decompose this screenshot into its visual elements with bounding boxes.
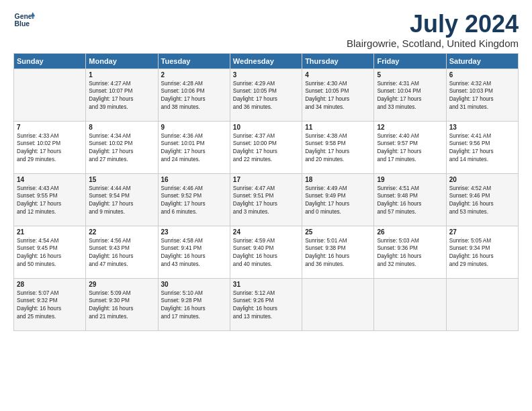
- day-number: 26: [377, 228, 443, 236]
- day-number: 18: [305, 176, 371, 183]
- day-number: 15: [89, 176, 154, 183]
- day-number: 6: [449, 71, 515, 79]
- day-number: 24: [233, 228, 299, 236]
- day-number: 11: [305, 124, 371, 131]
- cell-content: Sunrise: 4:52 AM Sunset: 9:46 PM Dayligh…: [449, 185, 515, 217]
- day-number: 21: [17, 228, 83, 236]
- cell-content: Sunrise: 4:51 AM Sunset: 9:48 PM Dayligh…: [377, 185, 443, 217]
- table-row: [446, 278, 518, 330]
- cell-content: Sunrise: 5:12 AM Sunset: 9:26 PM Dayligh…: [233, 289, 299, 322]
- table-row: 18Sunrise: 4:49 AM Sunset: 9:49 PM Dayli…: [302, 173, 374, 226]
- cell-content: Sunrise: 4:30 AM Sunset: 10:05 PM Daylig…: [305, 80, 371, 112]
- table-row: 28Sunrise: 5:07 AM Sunset: 9:32 PM Dayli…: [14, 278, 86, 330]
- table-row: 15Sunrise: 4:44 AM Sunset: 9:54 PM Dayli…: [86, 173, 158, 226]
- day-number: 4: [305, 71, 371, 79]
- col-saturday: Saturday: [446, 53, 518, 68]
- cell-content: Sunrise: 5:03 AM Sunset: 9:36 PM Dayligh…: [377, 237, 443, 269]
- table-row: 3Sunrise: 4:29 AM Sunset: 10:05 PM Dayli…: [230, 68, 302, 121]
- table-row: 24Sunrise: 4:59 AM Sunset: 9:40 PM Dayli…: [230, 226, 302, 278]
- cell-content: Sunrise: 4:46 AM Sunset: 9:52 PM Dayligh…: [161, 185, 227, 217]
- logo-icon: General Blue: [13, 11, 35, 30]
- cell-content: Sunrise: 4:33 AM Sunset: 10:02 PM Daylig…: [17, 132, 83, 165]
- day-number: 19: [377, 176, 443, 183]
- week-row-3: 21Sunrise: 4:54 AM Sunset: 9:45 PM Dayli…: [14, 226, 519, 278]
- table-row: 21Sunrise: 4:54 AM Sunset: 9:45 PM Dayli…: [14, 226, 86, 278]
- calendar-page: General Blue July 2024 Blairgowrie, Scot…: [0, 0, 532, 338]
- cell-content: Sunrise: 4:58 AM Sunset: 9:41 PM Dayligh…: [161, 237, 227, 269]
- day-number: 9: [161, 124, 227, 131]
- cell-content: Sunrise: 4:37 AM Sunset: 10:00 PM Daylig…: [233, 132, 299, 165]
- table-row: 9Sunrise: 4:36 AM Sunset: 10:01 PM Dayli…: [158, 121, 230, 173]
- calendar-table: Sunday Monday Tuesday Wednesday Thursday…: [13, 53, 519, 331]
- cell-content: Sunrise: 4:29 AM Sunset: 10:05 PM Daylig…: [233, 80, 299, 112]
- day-number: 29: [89, 281, 154, 288]
- location-subtitle: Blairgowrie, Scotland, United Kingdom: [347, 38, 519, 49]
- cell-content: Sunrise: 4:43 AM Sunset: 9:55 PM Dayligh…: [17, 185, 83, 217]
- table-row: 26Sunrise: 5:03 AM Sunset: 9:36 PM Dayli…: [374, 226, 446, 278]
- logo: General Blue: [13, 11, 35, 30]
- table-row: 17Sunrise: 4:47 AM Sunset: 9:51 PM Dayli…: [230, 173, 302, 226]
- cell-content: Sunrise: 4:34 AM Sunset: 10:02 PM Daylig…: [89, 132, 154, 165]
- week-row-1: 7Sunrise: 4:33 AM Sunset: 10:02 PM Dayli…: [14, 121, 519, 173]
- day-number: 20: [449, 176, 515, 183]
- table-row: [14, 68, 86, 121]
- col-sunday: Sunday: [14, 53, 86, 68]
- week-row-2: 14Sunrise: 4:43 AM Sunset: 9:55 PM Dayli…: [14, 173, 519, 226]
- day-number: 27: [449, 228, 515, 236]
- table-row: 7Sunrise: 4:33 AM Sunset: 10:02 PM Dayli…: [14, 121, 86, 173]
- cell-content: Sunrise: 5:07 AM Sunset: 9:32 PM Dayligh…: [17, 289, 83, 322]
- table-row: 29Sunrise: 5:09 AM Sunset: 9:30 PM Dayli…: [86, 278, 158, 330]
- table-row: 23Sunrise: 4:58 AM Sunset: 9:41 PM Dayli…: [158, 226, 230, 278]
- cell-content: Sunrise: 4:56 AM Sunset: 9:43 PM Dayligh…: [89, 237, 154, 269]
- day-number: 3: [233, 71, 299, 79]
- day-number: 2: [161, 71, 227, 79]
- col-tuesday: Tuesday: [158, 53, 230, 68]
- week-row-4: 28Sunrise: 5:07 AM Sunset: 9:32 PM Dayli…: [14, 278, 519, 330]
- cell-content: Sunrise: 4:40 AM Sunset: 9:57 PM Dayligh…: [377, 132, 443, 165]
- day-number: 8: [89, 124, 154, 131]
- table-row: 14Sunrise: 4:43 AM Sunset: 9:55 PM Dayli…: [14, 173, 86, 226]
- day-number: 5: [377, 71, 443, 79]
- table-row: [374, 278, 446, 330]
- table-row: 10Sunrise: 4:37 AM Sunset: 10:00 PM Dayl…: [230, 121, 302, 173]
- day-number: 7: [17, 124, 83, 131]
- day-number: 25: [305, 228, 371, 236]
- table-row: 8Sunrise: 4:34 AM Sunset: 10:02 PM Dayli…: [86, 121, 158, 173]
- table-row: 13Sunrise: 4:41 AM Sunset: 9:56 PM Dayli…: [446, 121, 518, 173]
- table-row: [302, 278, 374, 330]
- day-number: 14: [17, 176, 83, 183]
- col-monday: Monday: [86, 53, 158, 68]
- cell-content: Sunrise: 5:10 AM Sunset: 9:28 PM Dayligh…: [161, 289, 227, 322]
- cell-content: Sunrise: 4:31 AM Sunset: 10:04 PM Daylig…: [377, 80, 443, 112]
- week-row-0: 1Sunrise: 4:27 AM Sunset: 10:07 PM Dayli…: [14, 68, 519, 121]
- table-row: 25Sunrise: 5:01 AM Sunset: 9:38 PM Dayli…: [302, 226, 374, 278]
- day-number: 17: [233, 176, 299, 183]
- cell-content: Sunrise: 4:27 AM Sunset: 10:07 PM Daylig…: [89, 80, 154, 112]
- cell-content: Sunrise: 4:38 AM Sunset: 9:58 PM Dayligh…: [305, 132, 371, 165]
- title-block: July 2024 Blairgowrie, Scotland, United …: [347, 11, 519, 49]
- table-row: 22Sunrise: 4:56 AM Sunset: 9:43 PM Dayli…: [86, 226, 158, 278]
- header: General Blue July 2024 Blairgowrie, Scot…: [13, 11, 519, 49]
- day-number: 13: [449, 124, 515, 131]
- table-row: 19Sunrise: 4:51 AM Sunset: 9:48 PM Dayli…: [374, 173, 446, 226]
- table-row: 6Sunrise: 4:32 AM Sunset: 10:03 PM Dayli…: [446, 68, 518, 121]
- cell-content: Sunrise: 4:54 AM Sunset: 9:45 PM Dayligh…: [17, 237, 83, 269]
- cell-content: Sunrise: 4:44 AM Sunset: 9:54 PM Dayligh…: [89, 185, 154, 217]
- header-row: Sunday Monday Tuesday Wednesday Thursday…: [14, 53, 519, 68]
- col-thursday: Thursday: [302, 53, 374, 68]
- day-number: 16: [161, 176, 227, 183]
- table-row: 31Sunrise: 5:12 AM Sunset: 9:26 PM Dayli…: [230, 278, 302, 330]
- cell-content: Sunrise: 4:41 AM Sunset: 9:56 PM Dayligh…: [449, 132, 515, 165]
- cell-content: Sunrise: 4:32 AM Sunset: 10:03 PM Daylig…: [449, 80, 515, 112]
- cell-content: Sunrise: 4:49 AM Sunset: 9:49 PM Dayligh…: [305, 185, 371, 217]
- day-number: 28: [17, 281, 83, 288]
- table-row: 2Sunrise: 4:28 AM Sunset: 10:06 PM Dayli…: [158, 68, 230, 121]
- day-number: 30: [161, 281, 227, 288]
- cell-content: Sunrise: 4:59 AM Sunset: 9:40 PM Dayligh…: [233, 237, 299, 269]
- cell-content: Sunrise: 5:05 AM Sunset: 9:34 PM Dayligh…: [449, 237, 515, 269]
- table-row: 5Sunrise: 4:31 AM Sunset: 10:04 PM Dayli…: [374, 68, 446, 121]
- cell-content: Sunrise: 4:36 AM Sunset: 10:01 PM Daylig…: [161, 132, 227, 165]
- cell-content: Sunrise: 4:28 AM Sunset: 10:06 PM Daylig…: [161, 80, 227, 112]
- table-row: 16Sunrise: 4:46 AM Sunset: 9:52 PM Dayli…: [158, 173, 230, 226]
- table-row: 11Sunrise: 4:38 AM Sunset: 9:58 PM Dayli…: [302, 121, 374, 173]
